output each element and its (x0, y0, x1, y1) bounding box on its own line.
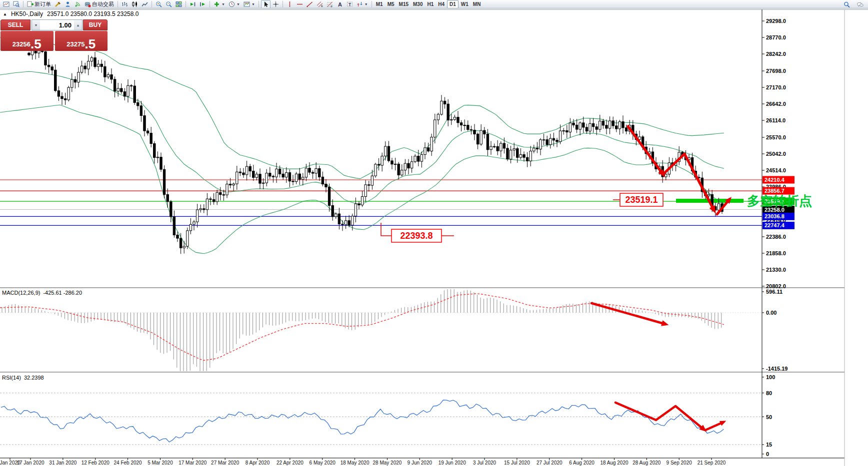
svg-text:31 Jan 2020: 31 Jan 2020 (49, 460, 76, 466)
chart-shift-button[interactable] (198, 0, 208, 8)
macd-signal-line (0, 294, 724, 361)
macd-trend-arrow[interactable] (592, 303, 668, 326)
svg-text:27698.0: 27698.0 (766, 68, 786, 74)
clear-objects-button[interactable] (53, 0, 62, 8)
text-button[interactable]: A (335, 0, 344, 8)
candlestick-mode-button[interactable] (130, 0, 140, 8)
horizontal-line-button[interactable] (295, 0, 304, 8)
macd-histogram (2, 289, 722, 371)
chart-area[interactable]: 29298.028770.028242.027698.027170.026642… (0, 9, 868, 466)
accounts-button[interactable] (63, 0, 72, 8)
indicators-button[interactable]: ▼ (212, 0, 226, 8)
macd-name: MACD(12,26,9) (2, 290, 40, 296)
svg-text:22747.4: 22747.4 (764, 222, 785, 228)
svg-text:19 Jun 2020: 19 Jun 2020 (438, 460, 466, 466)
tile-windows-button[interactable] (174, 0, 184, 8)
vertical-line-button[interactable] (285, 0, 294, 8)
signals-button[interactable] (73, 0, 82, 8)
tf-M30[interactable]: M30 (411, 0, 424, 8)
buy-button[interactable]: BUY (83, 19, 108, 30)
svg-text:23519.1: 23519.1 (625, 195, 658, 205)
new-chart-button[interactable] (2, 0, 11, 8)
new-order-button[interactable]: 新订单 (26, 0, 52, 8)
bar-chart-mode-button[interactable] (120, 0, 130, 8)
sell-button[interactable]: SELL (0, 19, 30, 30)
templates-button[interactable]: ▼ (242, 0, 256, 8)
fibonacci-button[interactable]: F (325, 0, 334, 8)
trendline-icon (306, 1, 313, 7)
textT-icon: T (346, 1, 353, 7)
tf-W1[interactable]: W1 (459, 0, 470, 8)
svg-text:26114.0: 26114.0 (766, 117, 786, 123)
chevron-down-icon: ▼ (252, 2, 255, 6)
tf-D1[interactable]: D1 (447, 0, 458, 8)
rsi-trend-arrow[interactable] (616, 403, 706, 432)
tf-H4[interactable]: H4 (436, 0, 446, 8)
svg-text:6 May 2020: 6 May 2020 (310, 460, 336, 466)
signal-icon (74, 1, 81, 7)
toolbar-separator (210, 1, 210, 7)
buy-price[interactable]: 23275.5 (55, 31, 108, 51)
svg-text:18 Aug 2020: 18 Aug 2020 (600, 460, 628, 466)
crosshair-button[interactable] (271, 0, 280, 8)
new-order-label: 新订单 (34, 0, 51, 8)
macd-values: -425.61 -286.20 (43, 290, 82, 296)
rsi-up-arrow[interactable] (706, 421, 726, 430)
svg-text:22386.0: 22386.0 (766, 234, 786, 240)
one-click-collapse-icon[interactable]: ▲ (3, 12, 7, 16)
svg-text:9 Jun 2020: 9 Jun 2020 (408, 460, 432, 466)
svg-text:27 Mar 2020: 27 Mar 2020 (211, 460, 240, 466)
tf-MN[interactable]: MN (471, 0, 483, 8)
search-button[interactable] (842, 0, 852, 9)
auto-scroll-button[interactable] (188, 0, 198, 8)
volume-increase-button[interactable]: ▲ (74, 20, 82, 30)
price-annotation-22393[interactable]: 22393.8 (392, 229, 442, 242)
svg-text:8 Apr 2020: 8 Apr 2020 (246, 460, 270, 466)
rsi-line (1, 400, 724, 442)
chevron-down-icon: ▼ (364, 2, 368, 6)
sell-price[interactable]: 23256.5 (0, 31, 54, 51)
turning-point-text[interactable]: 多空转折点 (747, 193, 812, 208)
zoom-out-button[interactable] (164, 0, 174, 8)
profiles-icon (13, 1, 20, 7)
svg-text:28770.0: 28770.0 (766, 34, 786, 40)
cursor-button[interactable] (261, 0, 270, 8)
text-label-button[interactable]: T (345, 0, 354, 8)
arrows-button[interactable]: ▼ (355, 0, 370, 8)
indicators-icon (214, 1, 220, 7)
zoom-in-button[interactable] (154, 0, 164, 8)
price-annotation-23519[interactable]: 23519.1 (620, 193, 663, 206)
tf-M5[interactable]: M5 (386, 0, 396, 8)
svg-text:24210.4: 24210.4 (764, 177, 785, 183)
svg-text:28242.0: 28242.0 (766, 51, 786, 57)
profiles-button[interactable] (12, 0, 21, 8)
tf-M1[interactable]: M1 (374, 0, 385, 8)
zoomin-icon (156, 1, 162, 7)
line-chart-mode-button[interactable] (140, 0, 150, 8)
rsi-label: RSI(14) 32.2398 (2, 375, 44, 381)
macd-label: MACD(12,26,9) -425.61 -286.20 (2, 290, 82, 296)
shift-icon (200, 1, 206, 7)
channel-icon: E (316, 1, 323, 7)
arrows-icon (356, 1, 363, 7)
candles-icon (132, 1, 138, 7)
svg-text:9 Sep 2020: 9 Sep 2020 (666, 460, 692, 466)
svg-text:27 Jul 2020: 27 Jul 2020 (536, 460, 562, 466)
volume-input[interactable] (40, 20, 74, 30)
chat-button[interactable] (856, 0, 865, 9)
bollinger-middle-line (0, 71, 724, 204)
tf-H1[interactable]: H1 (425, 0, 436, 8)
volume-decrease-button[interactable]: ▼ (32, 20, 40, 30)
trendline-button[interactable] (305, 0, 314, 8)
equidistant-channel-button[interactable]: E (315, 0, 324, 8)
auto-trading-label: 自动交易 (92, 0, 114, 8)
toolbar-separator (118, 1, 118, 7)
auto-trading-button[interactable]: 自动交易 (83, 0, 116, 8)
clock-icon (228, 1, 235, 7)
svg-text:25570.0: 25570.0 (766, 134, 786, 140)
svg-text:29298.0: 29298.0 (766, 18, 786, 24)
svg-text:12 Feb 2020: 12 Feb 2020 (82, 460, 110, 466)
periods-button[interactable]: ▼ (227, 0, 242, 8)
tf-M15[interactable]: M15 (397, 0, 410, 8)
svg-text:24 Feb 2020: 24 Feb 2020 (114, 460, 142, 466)
